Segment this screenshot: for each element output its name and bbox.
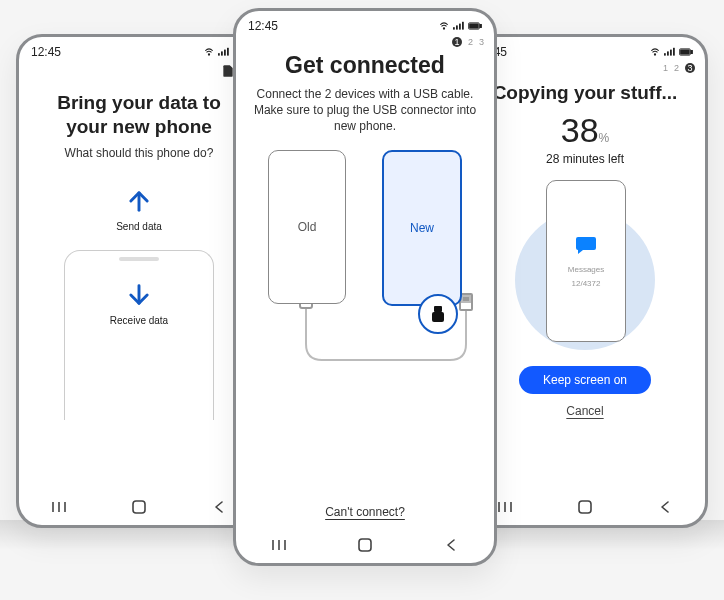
new-phone-label: New: [410, 221, 434, 235]
nav-home[interactable]: [356, 536, 374, 554]
svg-point-17: [654, 54, 655, 55]
nav-home[interactable]: [130, 498, 148, 516]
connect-illustration: Old New: [250, 144, 480, 384]
svg-rect-32: [459, 24, 461, 30]
svg-rect-45: [359, 539, 371, 551]
battery-icon: [679, 47, 693, 57]
step-1-active: 1: [452, 37, 462, 47]
signal-icon: [664, 47, 676, 57]
svg-rect-18: [664, 53, 666, 55]
cancel-link[interactable]: Cancel: [479, 404, 691, 418]
page-title: Get connected: [250, 51, 480, 80]
title-line-1: Bring your data to: [57, 92, 221, 113]
receive-data-label: Receive data: [65, 315, 213, 326]
nav-recent[interactable]: [270, 536, 288, 554]
old-phone-graphic: Old: [268, 150, 346, 304]
page-subtitle: What should this phone do?: [33, 145, 245, 161]
progress-percent: 38%: [479, 111, 691, 150]
time-remaining: 28 minutes left: [479, 152, 691, 166]
svg-rect-19: [667, 51, 669, 55]
status-bar: 12:45: [465, 37, 705, 61]
step-3: 3: [479, 37, 484, 47]
svg-point-29: [443, 28, 444, 29]
title-line-2: your new phone: [66, 116, 212, 137]
svg-rect-35: [480, 24, 482, 27]
messages-icon: [573, 233, 599, 257]
step-3-active: 3: [685, 63, 695, 73]
svg-rect-21: [673, 48, 675, 56]
nav-recent[interactable]: [50, 498, 68, 516]
svg-rect-3: [224, 50, 226, 56]
svg-rect-40: [434, 306, 442, 312]
svg-rect-39: [462, 296, 470, 302]
wifi-icon: [438, 21, 450, 31]
step-1: 1: [663, 63, 668, 73]
nav-back[interactable]: [442, 536, 460, 554]
step-indicator: 1 2 3: [452, 37, 484, 47]
svg-rect-20: [670, 50, 672, 56]
nav-back[interactable]: [656, 498, 674, 516]
svg-rect-1: [218, 53, 220, 55]
svg-rect-24: [681, 50, 690, 54]
percent-value: 38: [561, 111, 599, 149]
old-phone-label: Old: [298, 220, 317, 234]
svg-rect-4: [227, 48, 229, 56]
usb-connector-icon: [432, 306, 444, 322]
nav-bar: [19, 489, 259, 525]
step-indicator-row: 1 2 3: [236, 35, 494, 47]
new-phone-graphic: New: [382, 150, 462, 306]
status-bar: 12:45: [19, 37, 259, 61]
status-icons: [438, 21, 482, 31]
nav-home[interactable]: [576, 498, 594, 516]
step-2: 2: [468, 37, 473, 47]
step-2: 2: [674, 63, 679, 73]
percent-unit: %: [599, 131, 610, 145]
status-icons: [649, 47, 693, 57]
nav-bar: [465, 489, 705, 525]
svg-rect-30: [453, 27, 455, 29]
copy-phone-graphic: Messages 12/4372: [546, 180, 626, 342]
cant-connect-link[interactable]: Can't connect?: [236, 505, 494, 519]
svg-rect-28: [579, 501, 591, 513]
page-title: Copying your stuff...: [479, 81, 691, 105]
page-title: Bring your data to your new phone: [33, 91, 245, 139]
top-actions-row: [19, 61, 259, 83]
keep-screen-on-button[interactable]: Keep screen on: [519, 366, 651, 394]
signal-icon: [218, 47, 230, 57]
svg-point-0: [208, 54, 209, 55]
status-bar: 12:45: [236, 11, 494, 35]
send-data-label: Send data: [33, 221, 245, 232]
signal-icon: [453, 21, 465, 31]
wifi-icon: [649, 47, 661, 57]
svg-rect-31: [456, 25, 458, 29]
page-subtitle: Connect the 2 devices with a USB cable. …: [250, 86, 480, 135]
messages-count: 12/4372: [572, 279, 601, 289]
phone-center: 12:45 1 2 3 Get connected Connect the 2 …: [233, 8, 497, 566]
status-time: 12:45: [248, 19, 278, 33]
copy-illustration: Messages 12/4372: [510, 180, 660, 350]
receive-data-option[interactable]: Receive data: [64, 250, 214, 420]
arrow-down-icon: [125, 281, 153, 309]
svg-rect-2: [221, 51, 223, 55]
battery-icon: [468, 21, 482, 31]
nav-back[interactable]: [210, 498, 228, 516]
svg-rect-41: [432, 312, 444, 322]
svg-rect-16: [133, 501, 145, 513]
step-indicator: 1 2 3: [663, 63, 695, 73]
svg-rect-33: [462, 22, 464, 30]
nav-bar: [236, 527, 494, 563]
status-time: 12:45: [31, 45, 61, 59]
arrow-up-icon: [125, 187, 153, 215]
messages-label: Messages: [568, 265, 604, 275]
phone-left: 12:45 Bring your data to your new phone …: [16, 34, 262, 528]
phone-right: 12:45 1 2 3 Copying your stuff... 38% 28…: [462, 34, 708, 528]
send-data-option[interactable]: Send data: [33, 187, 245, 232]
step-indicator-row: 1 2 3: [465, 61, 705, 73]
wifi-icon: [203, 47, 215, 57]
nav-recent[interactable]: [496, 498, 514, 516]
svg-rect-36: [470, 24, 479, 28]
svg-rect-23: [691, 50, 693, 53]
